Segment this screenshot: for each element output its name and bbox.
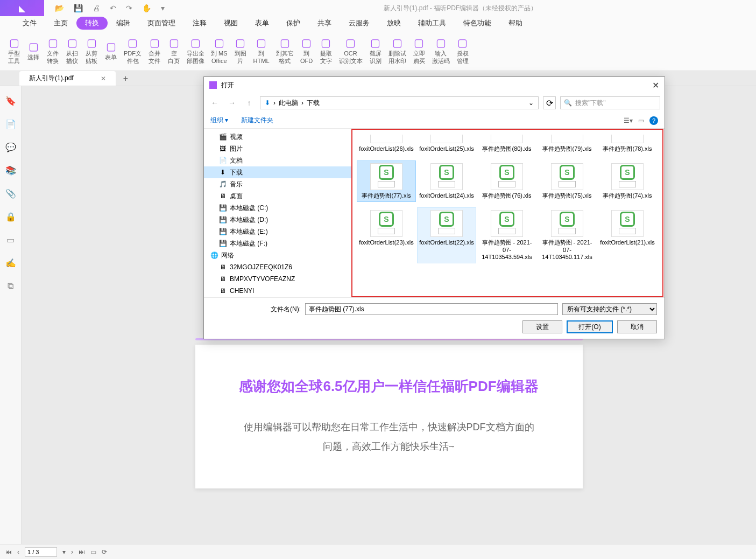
signature-icon[interactable]: ✍ (5, 258, 16, 268)
folder-tree[interactable]: 🎬视频🖼图片📄文档⬇下载🎵音乐🖥桌面💾本地磁盘 (C:)💾本地磁盘 (D:)💾本… (204, 129, 352, 297)
ribbon-item-2[interactable]: ▢文件转换 (43, 35, 62, 65)
compare-icon[interactable]: ⧉ (8, 281, 13, 291)
file-item[interactable]: S事件趋势图 - 2021-07-14T103543.594.xls (477, 207, 536, 263)
ribbon-item-17[interactable]: ▢截屏识别 (366, 35, 385, 65)
menu-cloud[interactable]: 云服务 (340, 17, 378, 30)
close-icon[interactable]: ✕ (101, 75, 106, 82)
file-item[interactable]: SfoxitOrderList(23).xls (357, 207, 416, 263)
file-item[interactable]: foxitOrderList(26).xls (357, 132, 416, 155)
organize-menu[interactable]: 组织 ▾ (210, 116, 228, 125)
ribbon-item-7[interactable]: ▢合并文件 (145, 35, 164, 65)
file-item[interactable]: S事件趋势图(75).xls (538, 160, 597, 202)
last-page-icon[interactable]: ⏭ (79, 548, 85, 556)
forward-icon[interactable]: → (225, 96, 238, 109)
up-icon[interactable]: ↑ (243, 96, 256, 109)
ribbon-item-10[interactable]: ▢到 MSOffice (208, 35, 231, 65)
file-item[interactable]: 事件趋势图(78).xls (598, 132, 657, 155)
path-current[interactable]: 下载 (307, 99, 320, 108)
path-root[interactable]: 此电脑 (279, 99, 298, 108)
ribbon-item-13[interactable]: ▢到其它格式 (273, 35, 297, 65)
ribbon-item-15[interactable]: ▢提取文字 (316, 35, 336, 65)
file-item[interactable]: S事件趋势图(77).xls (357, 160, 416, 202)
menu-share[interactable]: 共享 (309, 17, 340, 30)
ribbon-item-8[interactable]: ▢空白页 (164, 35, 183, 65)
tree-item[interactable]: 💾本地磁盘 (C:) (204, 202, 352, 214)
dropdown-icon[interactable]: ▾ (161, 4, 165, 12)
ribbon-item-3[interactable]: ▢从扫描仪 (62, 35, 82, 65)
file-item[interactable]: 事件趋势图(80).xls (477, 132, 536, 155)
tree-item[interactable]: ⬇下载 (204, 166, 352, 178)
ribbon-item-4[interactable]: ▢从剪贴板 (82, 35, 101, 65)
file-item[interactable]: 事件趋势图(79).xls (538, 132, 597, 155)
settings-button[interactable]: 设置 (522, 320, 562, 333)
menu-help[interactable]: 帮助 (500, 17, 531, 30)
ribbon-item-6[interactable]: ▢PDF文件包 (121, 35, 145, 65)
filetype-select[interactable]: 所有可支持的文件 (*.*) (562, 303, 657, 315)
tree-item[interactable]: 💾本地磁盘 (E:) (204, 226, 352, 237)
security-icon[interactable]: 🔒 (5, 212, 16, 222)
file-item[interactable]: S事件趋势图 - 2021-07-14T103450.117.xls (538, 207, 597, 263)
menu-features[interactable]: 特色功能 (455, 17, 500, 30)
comments-icon[interactable]: 💬 (5, 142, 16, 152)
tree-item[interactable]: 💾本地磁盘 (D:) (204, 214, 352, 226)
menu-home[interactable]: 主页 (45, 17, 76, 30)
save-icon[interactable]: 💾 (74, 4, 83, 12)
menu-view[interactable]: 视图 (215, 17, 246, 30)
menu-convert[interactable]: 转换 (76, 17, 108, 30)
file-item[interactable]: SfoxitOrderList(21).xls (598, 207, 657, 263)
add-tab-icon[interactable]: + (123, 74, 128, 83)
ribbon-item-18[interactable]: ▢删除试用水印 (385, 35, 409, 65)
ribbon-item-1[interactable]: ▢选择 (24, 39, 43, 62)
files-panel[interactable]: foxitOrderList(26).xlsfoxitOrderList(25)… (352, 129, 665, 297)
page-dropdown-icon[interactable]: ▾ (62, 548, 66, 556)
new-folder-button[interactable]: 新建文件夹 (241, 116, 273, 125)
menu-annotate[interactable]: 注释 (184, 17, 215, 30)
menu-present[interactable]: 放映 (378, 17, 409, 30)
file-item[interactable]: S事件趋势图(76).xls (477, 160, 536, 202)
bookmark-icon[interactable]: 🔖 (5, 96, 16, 106)
help-icon[interactable]: ? (649, 116, 658, 125)
refresh-icon[interactable]: ⟳ (543, 96, 556, 109)
ribbon-item-21[interactable]: ▢授权管理 (453, 35, 472, 65)
ribbon-item-5[interactable]: ▢表单 (101, 39, 121, 62)
ribbon-item-12[interactable]: ▢到HTML (250, 35, 273, 65)
search-box[interactable]: 🔍 搜索"下载" (560, 96, 660, 109)
pages-icon[interactable]: 📄 (5, 119, 16, 129)
next-page-icon[interactable]: › (71, 548, 73, 556)
layers-icon[interactable]: 📚 (5, 165, 16, 176)
attachments-icon[interactable]: 📎 (5, 188, 16, 199)
close-icon[interactable]: ✕ (652, 80, 659, 90)
prev-page-icon[interactable]: ‹ (17, 548, 19, 556)
ribbon-item-0[interactable]: ▢手型工具 (4, 35, 24, 65)
path-bar[interactable]: ⬇ › 此电脑 › 下载 ⌄ (260, 96, 539, 109)
ribbon-item-11[interactable]: ▢到图片 (231, 35, 250, 65)
page-input[interactable] (25, 547, 57, 557)
tree-item[interactable]: 📄文档 (204, 155, 352, 166)
file-item[interactable]: S事件趋势图(74).xls (598, 160, 657, 202)
reading-mode-icon[interactable]: ▭ (90, 548, 96, 556)
menu-file[interactable]: 文件 (14, 17, 45, 30)
menu-form[interactable]: 表单 (246, 17, 278, 30)
open-button[interactable]: 打开(O) (567, 320, 613, 333)
tree-item[interactable]: 🖥桌面 (204, 190, 352, 202)
redo-icon[interactable]: ↷ (126, 4, 132, 12)
ribbon-item-14[interactable]: ▢到OFD (297, 35, 316, 65)
file-item[interactable]: SfoxitOrderList(22).xls (417, 207, 476, 263)
open-icon[interactable]: 📂 (55, 4, 64, 12)
tree-item[interactable]: 🎬视频 (204, 131, 352, 143)
menu-edit[interactable]: 编辑 (108, 17, 139, 30)
menu-accessibility[interactable]: 辅助工具 (409, 17, 455, 30)
ribbon-item-9[interactable]: ▢导出全部图像 (183, 35, 208, 65)
tree-item[interactable]: 🖼图片 (204, 143, 352, 155)
back-icon[interactable]: ← (208, 96, 221, 109)
print-icon[interactable]: 🖨 (93, 4, 100, 12)
document-tab[interactable]: 新人引导(1).pdf ✕ (19, 71, 116, 86)
filename-input[interactable] (305, 303, 558, 315)
tree-item[interactable]: 🖥32MGOJZEEQK01Z6 (204, 261, 352, 273)
chevron-down-icon[interactable]: ⌄ (528, 99, 534, 107)
ribbon-item-20[interactable]: ▢输入激活码 (429, 35, 453, 65)
menu-pages[interactable]: 页面管理 (139, 17, 184, 30)
fields-icon[interactable]: ▭ (6, 235, 15, 245)
tree-item[interactable]: 🎵音乐 (204, 178, 352, 190)
tree-item[interactable]: 🖥BMPXVTYVOFEAZNZ (204, 273, 352, 285)
